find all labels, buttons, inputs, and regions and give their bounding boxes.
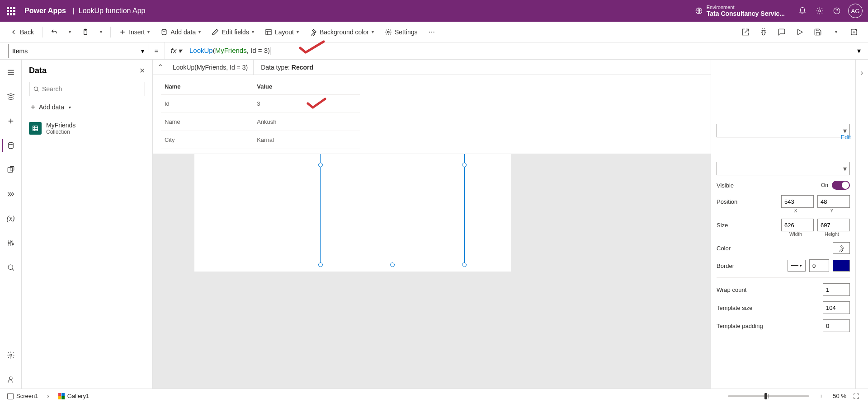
save-dropdown[interactable]: ▾ [827,23,844,41]
rail-settings-icon[interactable] [2,346,20,364]
collapse-preview-button[interactable]: ⌃ [153,63,167,71]
power-automate-icon[interactable] [2,185,20,203]
help-icon[interactable] [828,2,845,19]
user-avatar[interactable]: AG [848,4,863,18]
border-style-dropdown[interactable]: ▾ [788,260,806,272]
hamburger-icon[interactable] [2,63,20,81]
save-button[interactable] [809,23,826,41]
paste-dropdown[interactable]: ▾ [95,27,107,37]
right-rail-expand-button[interactable]: › [855,60,868,389]
undo-dropdown[interactable]: ▾ [64,27,75,37]
formula-expand-button[interactable]: ▾ [850,47,868,55]
svg-point-18 [34,87,38,90]
svg-rect-19 [33,126,38,131]
width-input[interactable] [781,219,814,231]
color-picker-button[interactable] [833,242,850,254]
environment-name: Tata Consultancy Servic... [707,10,785,17]
svg-point-5 [162,29,166,31]
insert-rail-icon[interactable] [2,112,20,130]
gear-icon [385,28,392,36]
undo-icon [51,28,58,36]
back-label: Back [20,28,34,36]
insert-button[interactable]: Insert ▾ [114,26,154,38]
app-launcher-icon[interactable] [5,5,16,16]
data-search-box[interactable] [29,82,145,96]
globe-icon [695,7,703,15]
wrap-count-input[interactable] [823,283,850,296]
x-sublabel: X [779,208,812,213]
formula-result-preview: ⌃ LookUp(MyFriends, Id = 3) Data type: R… [153,60,711,154]
variables-icon[interactable]: (x) [2,210,20,228]
notifications-icon[interactable] [794,2,811,19]
template-padding-label: Template padding [717,323,819,329]
add-data-button[interactable]: Add data ▾ [156,26,205,38]
color-label: Color [717,245,829,252]
app-checker-button[interactable] [755,23,772,41]
resize-handle[interactable] [318,262,323,267]
edit-link[interactable]: Edit [841,134,851,141]
color-picker-icon [838,244,845,252]
data-source-item[interactable]: MyFriends Collection [22,118,152,139]
resize-handle[interactable] [318,163,323,167]
media-rail-icon[interactable] [2,161,20,179]
zoom-out-button[interactable]: − [711,393,722,399]
border-color-swatch[interactable] [833,260,850,272]
edit-fields-button[interactable]: Edit fields ▾ [207,26,259,38]
y-sublabel: Y [816,208,848,213]
layout-button[interactable]: Layout ▾ [260,26,303,38]
property-selector[interactable]: Items ▾ [8,44,148,58]
property-dropdown-2[interactable]: ▾ [717,162,850,175]
data-search-input[interactable] [42,85,141,93]
svg-point-9 [8,142,13,145]
virtual-agent-icon[interactable] [2,370,20,389]
wrap-count-label: Wrap count [717,286,819,293]
border-width-input[interactable] [809,259,829,272]
tree-view-icon[interactable] [2,88,20,106]
settings-button[interactable]: Settings [380,26,422,38]
record-preview-table: Name Value Id3 NameAnkush CityKarnal [161,79,360,149]
position-y-input[interactable] [817,195,850,208]
search-rail-icon[interactable] [2,258,20,276]
template-size-input[interactable] [823,301,850,314]
arrow-left-icon [10,28,17,36]
svg-point-1 [819,10,821,12]
formula-bar-row: Items ▾ = fx▾ LookUp(MyFriends, Id = 3) … [0,42,868,60]
environment-picker[interactable]: Environment Tata Consultancy Servic... [695,5,785,17]
zoom-in-button[interactable]: + [816,393,826,399]
advanced-tools-icon[interactable] [2,234,20,252]
resize-handle[interactable] [390,262,395,267]
background-color-button[interactable]: Background color ▾ [305,26,378,38]
paste-button[interactable] [77,26,94,38]
breadcrumb-screen[interactable]: Screen1 [5,392,41,400]
back-button[interactable]: Back [5,26,38,38]
visible-toggle[interactable] [832,181,850,190]
height-input[interactable] [817,219,850,231]
data-rail-icon[interactable] [2,136,20,155]
zoom-slider-thumb[interactable] [764,393,767,399]
paint-icon [310,28,317,36]
resize-handle[interactable] [462,163,467,167]
canvas[interactable]: ⌃ LookUp(MyFriends, Id = 3) Data type: R… [153,60,711,389]
undo-button[interactable] [46,26,62,38]
publish-button[interactable] [845,23,863,41]
property-dropdown-1[interactable]: ▾ [717,124,850,137]
svg-rect-6 [266,29,271,35]
layout-icon [265,28,272,36]
formula-input[interactable]: LookUp(MyFriends, Id = 3) [188,47,850,55]
add-data-label: Add data [170,28,196,36]
fx-button[interactable]: fx▾ [165,47,188,55]
share-button[interactable] [737,23,754,41]
plus-icon [30,104,36,110]
close-panel-button[interactable]: ✕ [139,66,145,75]
resize-handle[interactable] [462,262,467,267]
breadcrumb-control[interactable]: Gallery1 [56,392,92,400]
template-padding-input[interactable] [823,319,850,332]
position-x-input[interactable] [781,195,814,208]
zoom-slider[interactable] [728,395,809,397]
settings-gear-icon[interactable] [811,2,828,19]
comments-button[interactable] [773,23,790,41]
preview-button[interactable] [791,23,808,41]
fit-to-window-button[interactable] [853,393,863,400]
add-data-panel-button[interactable]: Add data ▾ [29,101,145,113]
more-button[interactable]: ⋯ [424,26,439,38]
